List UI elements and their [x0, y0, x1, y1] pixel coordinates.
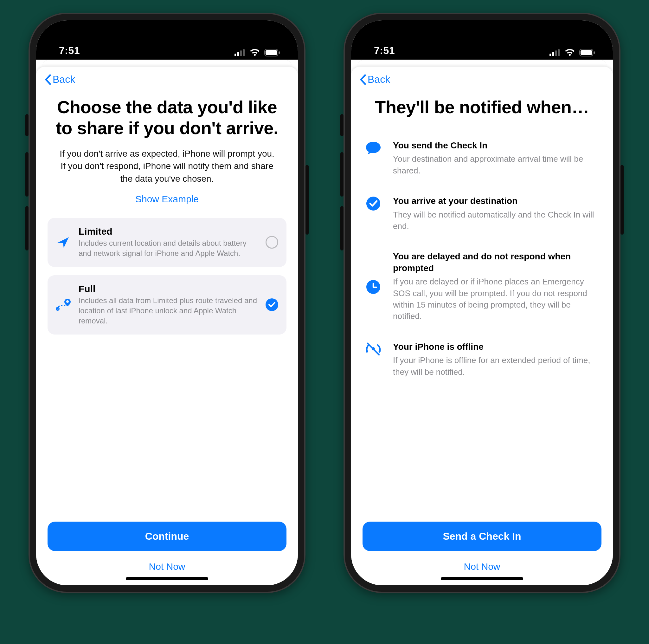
option-title: Full	[79, 283, 259, 294]
option-desc: Includes current location and details ab…	[79, 238, 259, 259]
info-desc: They will be notified automatically and …	[393, 209, 599, 232]
send-check-in-button[interactable]: Send a Check In	[362, 522, 601, 551]
not-now-button[interactable]: Not Now	[48, 561, 287, 572]
silence-switch	[25, 114, 29, 136]
option-limited[interactable]: Limited Includes current location and de…	[48, 218, 287, 267]
dynamic-island	[444, 30, 520, 52]
svg-rect-10	[550, 53, 551, 56]
power-button	[620, 165, 624, 235]
clock-icon	[366, 279, 381, 294]
continue-button[interactable]: Continue	[48, 522, 287, 551]
info-desc: If your iPhone is offline for an extende…	[393, 355, 599, 378]
page-title: Choose the data you'd like to share if y…	[51, 97, 283, 138]
svg-rect-5	[266, 50, 277, 55]
cellular-icon	[550, 49, 560, 56]
radio-checked-icon[interactable]	[266, 298, 278, 311]
svg-point-9	[66, 300, 69, 303]
offline-icon	[365, 342, 382, 356]
wifi-icon	[565, 49, 575, 56]
page-title: They'll be notified when…	[366, 97, 598, 118]
volume-up	[25, 152, 29, 197]
option-title: Limited	[79, 226, 259, 237]
volume-down	[25, 206, 29, 250]
chevron-left-icon	[44, 74, 51, 85]
svg-point-17	[366, 197, 380, 210]
svg-rect-2	[240, 50, 242, 56]
option-full[interactable]: Full Includes all data from Limited plus…	[48, 275, 287, 334]
route-icon	[55, 298, 71, 312]
info-row-send: You send the Check In Your destination a…	[364, 140, 599, 176]
status-time: 7:51	[374, 45, 395, 56]
svg-rect-13	[558, 49, 560, 56]
svg-rect-6	[278, 51, 280, 54]
show-example-link[interactable]: Show Example	[48, 194, 287, 204]
info-desc: If you are delayed or if iPhone places a…	[393, 276, 599, 322]
back-label: Back	[367, 74, 390, 85]
info-desc: Your destination and approximate arrival…	[393, 153, 599, 176]
location-arrow-icon	[56, 235, 70, 249]
radio-unchecked-icon[interactable]	[266, 236, 278, 249]
info-row-arrive: You arrive at your destination They will…	[364, 195, 599, 232]
dynamic-island	[129, 30, 205, 52]
svg-rect-16	[594, 51, 595, 54]
home-indicator[interactable]	[126, 577, 208, 580]
battery-icon	[264, 49, 280, 56]
battery-icon	[579, 49, 595, 56]
back-button[interactable]: Back	[44, 74, 287, 85]
info-title: You arrive at your destination	[393, 195, 599, 207]
volume-down	[340, 206, 344, 250]
status-time: 7:51	[59, 45, 80, 56]
silence-switch	[340, 114, 344, 136]
svg-rect-1	[237, 52, 239, 56]
info-title: Your iPhone is offline	[393, 341, 599, 353]
back-label: Back	[53, 74, 75, 85]
power-button	[305, 165, 309, 235]
back-button[interactable]: Back	[359, 74, 601, 85]
svg-rect-3	[243, 49, 245, 56]
info-row-offline: Your iPhone is offline If your iPhone is…	[364, 341, 599, 378]
option-desc: Includes all data from Limited plus rout…	[79, 295, 259, 326]
svg-rect-11	[552, 52, 554, 56]
chat-bubble-icon	[365, 140, 382, 156]
info-row-delayed: You are delayed and do not respond when …	[364, 251, 599, 322]
info-title: You are delayed and do not respond when …	[393, 251, 599, 274]
svg-rect-12	[555, 50, 557, 56]
chevron-left-icon	[359, 74, 366, 85]
page-subtitle: If you don't arrive as expected, iPhone …	[57, 148, 277, 185]
home-indicator[interactable]	[441, 577, 523, 580]
right-phone: 7:51 Back They'll be notified when…	[344, 13, 620, 593]
svg-rect-15	[580, 50, 592, 55]
checkmark-circle-icon	[366, 196, 381, 211]
cellular-icon	[234, 49, 245, 56]
info-title: You send the Check In	[393, 140, 599, 151]
wifi-icon	[250, 49, 260, 56]
left-phone: 7:51 Back Choose the data you'd like to …	[29, 13, 305, 593]
svg-rect-0	[234, 53, 236, 56]
volume-up	[340, 152, 344, 197]
not-now-button[interactable]: Not Now	[362, 561, 601, 572]
